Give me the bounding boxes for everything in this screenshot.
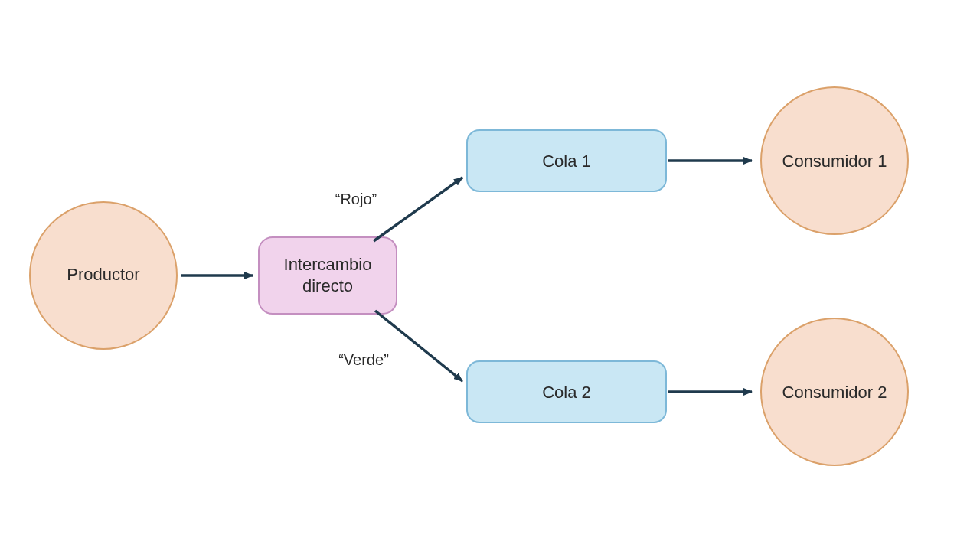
queue2-node: Cola 2 — [467, 361, 666, 422]
consumer1-node: Consumidor 1 — [761, 87, 908, 234]
exchange-node: Intercambio directo — [259, 237, 397, 314]
consumer1-label: Consumidor 1 — [782, 152, 887, 171]
consumer2-label: Consumidor 2 — [782, 383, 887, 402]
routing-key-2-label: “Verde” — [338, 351, 389, 368]
routing-key-1-label: “Rojo” — [335, 191, 377, 207]
exchange-label-line2: directo — [302, 276, 353, 295]
arrow-exchange-to-queue1 — [374, 178, 462, 241]
queue1-node: Cola 1 — [467, 130, 666, 191]
queue1-label: Cola 1 — [542, 152, 591, 171]
exchange-label-line1: Intercambio — [284, 255, 372, 274]
producer-label: Productor — [67, 265, 139, 284]
arrow-exchange-to-queue2 — [375, 311, 462, 381]
queue2-label: Cola 2 — [542, 383, 591, 402]
producer-node: Productor — [30, 202, 177, 349]
consumer2-node: Consumidor 2 — [761, 318, 908, 465]
direct-exchange-diagram: Productor Intercambio directo “Rojo” “Ve… — [0, 0, 980, 551]
